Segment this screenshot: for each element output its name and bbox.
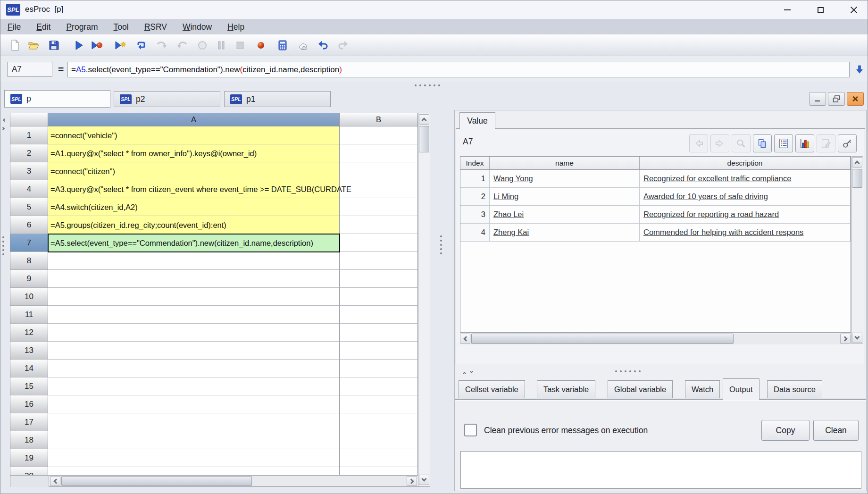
row-header-9[interactable]: 9 <box>10 270 48 288</box>
cell-B2[interactable] <box>340 144 418 162</box>
sheet-tab-p2[interactable]: SPLp2 <box>114 91 220 107</box>
scroll-down-button[interactable] <box>852 333 862 343</box>
detail-icon[interactable] <box>774 134 793 152</box>
execute-again-icon[interactable] <box>134 38 149 53</box>
sheet-tab-p[interactable]: SPLp <box>4 90 110 108</box>
tab-task-variable[interactable]: Task variable <box>537 380 595 398</box>
calculate-cell-icon[interactable] <box>275 38 290 53</box>
description-link[interactable]: Recognized for reporting a road hazard <box>643 210 779 219</box>
row-header-15[interactable]: 15 <box>10 377 48 395</box>
mdi-restore-button[interactable] <box>828 92 845 106</box>
row-header-17[interactable]: 17 <box>10 413 48 431</box>
row-header-16[interactable]: 16 <box>10 395 48 413</box>
new-file-icon[interactable] <box>7 38 22 53</box>
menu-item-rsrv[interactable]: RSRV <box>144 22 167 32</box>
column-header-description[interactable]: description <box>640 157 851 170</box>
undo-icon[interactable] <box>316 38 331 53</box>
row-header-18[interactable]: 18 <box>10 431 48 449</box>
row-header-20[interactable]: 20 <box>10 467 48 475</box>
cell-A5[interactable] <box>48 198 340 216</box>
cell-A17[interactable] <box>48 413 340 431</box>
cell-B1[interactable] <box>340 126 418 144</box>
step-execute-icon[interactable] <box>113 38 128 53</box>
clear-icon[interactable] <box>296 38 311 53</box>
menu-item-program[interactable]: Program <box>66 22 98 32</box>
column-header-name[interactable]: name <box>490 157 640 170</box>
collapse-left-arrow[interactable] <box>1 115 7 124</box>
scroll-right-button[interactable] <box>840 334 851 344</box>
cell-B13[interactable] <box>340 342 418 360</box>
menu-item-window[interactable]: Window <box>183 22 212 32</box>
scroll-left-button[interactable] <box>50 476 60 486</box>
row-header-12[interactable]: 12 <box>10 324 48 342</box>
expand-formula-button[interactable] <box>852 62 867 77</box>
column-header-B[interactable]: B <box>340 113 418 126</box>
tab-value[interactable]: Value <box>459 112 495 129</box>
cell-B7[interactable] <box>340 234 418 252</box>
window-maximize-button[interactable] <box>810 0 831 19</box>
cell-B9[interactable] <box>340 270 418 288</box>
cell-A18[interactable] <box>48 431 340 449</box>
breakpoint-icon[interactable] <box>253 38 268 53</box>
name-link[interactable]: Li Ming <box>493 192 518 201</box>
cell-B18[interactable] <box>340 431 418 449</box>
name-link[interactable]: Zheng Kai <box>493 228 529 237</box>
description-link[interactable]: Awarded for 10 years of safe driving <box>643 192 768 201</box>
cell-B5[interactable] <box>340 198 418 216</box>
cell-B11[interactable] <box>340 306 418 324</box>
scroll-down-button[interactable] <box>419 475 429 485</box>
cell-B4[interactable] <box>340 180 418 198</box>
copy-button[interactable]: Copy <box>761 420 810 441</box>
description-link[interactable]: Recognized for excellent traffic complia… <box>643 174 791 183</box>
row-header-8[interactable]: 8 <box>10 252 48 270</box>
scroll-right-button[interactable] <box>407 476 417 486</box>
cell-B19[interactable] <box>340 449 418 467</box>
scroll-thumb[interactable] <box>471 334 734 344</box>
scroll-thumb[interactable] <box>61 476 252 486</box>
cell-B12[interactable] <box>340 324 418 342</box>
grid-horizontal-scrollbar[interactable] <box>10 475 418 486</box>
menu-item-file[interactable]: File <box>8 22 21 32</box>
row-header-11[interactable]: 11 <box>10 306 48 324</box>
menu-item-edit[interactable]: Edit <box>36 22 50 32</box>
cell-B6[interactable] <box>340 216 418 234</box>
tab-global-variable[interactable]: Global variable <box>608 380 673 398</box>
row-header-6[interactable]: 6 <box>10 216 48 234</box>
column-header-index[interactable]: Index <box>460 157 490 170</box>
cell-reference-box[interactable]: A7 <box>7 62 52 77</box>
cell-A6[interactable] <box>48 216 340 234</box>
cell-A20[interactable] <box>48 467 340 475</box>
menu-item-tool[interactable]: Tool <box>114 22 129 32</box>
tab-cellset-variable[interactable]: Cellset variable <box>459 380 525 398</box>
grid-corner[interactable] <box>10 113 48 126</box>
row-header-5[interactable]: 5 <box>10 198 48 216</box>
cell-A7[interactable] <box>48 234 340 252</box>
chart-icon[interactable] <box>795 134 814 152</box>
execute-icon[interactable] <box>71 38 86 53</box>
window-minimize-button[interactable] <box>776 0 798 19</box>
cell-B20[interactable] <box>340 467 418 475</box>
panel-collapse-arrows[interactable] <box>462 369 474 376</box>
row-header-14[interactable]: 14 <box>10 360 48 377</box>
cell-B14[interactable] <box>340 360 418 377</box>
mdi-minimize-button[interactable] <box>809 92 826 106</box>
row-header-19[interactable]: 19 <box>10 449 48 467</box>
clean-button[interactable]: Clean <box>813 420 859 441</box>
window-close-button[interactable] <box>843 0 865 19</box>
open-file-icon[interactable] <box>26 38 41 53</box>
row-header-10[interactable]: 10 <box>10 288 48 306</box>
cell-A12[interactable] <box>48 324 340 342</box>
cell-A19[interactable] <box>48 449 340 467</box>
tab-watch[interactable]: Watch <box>685 380 720 398</box>
description-link[interactable]: Commended for helping with accident resp… <box>643 228 803 237</box>
cell-A8[interactable] <box>48 252 340 270</box>
cell-B8[interactable] <box>340 252 418 270</box>
mdi-close-button[interactable] <box>847 92 864 106</box>
cell-A14[interactable] <box>48 360 340 377</box>
cell-A16[interactable] <box>48 395 340 413</box>
cell-B16[interactable] <box>340 395 418 413</box>
name-link[interactable]: Wang Yong <box>493 174 533 183</box>
cell-A15[interactable] <box>48 377 340 395</box>
formula-input[interactable]: =A5.select(event_type=="Commendation").n… <box>67 62 850 77</box>
row-header-3[interactable]: 3 <box>10 162 48 180</box>
